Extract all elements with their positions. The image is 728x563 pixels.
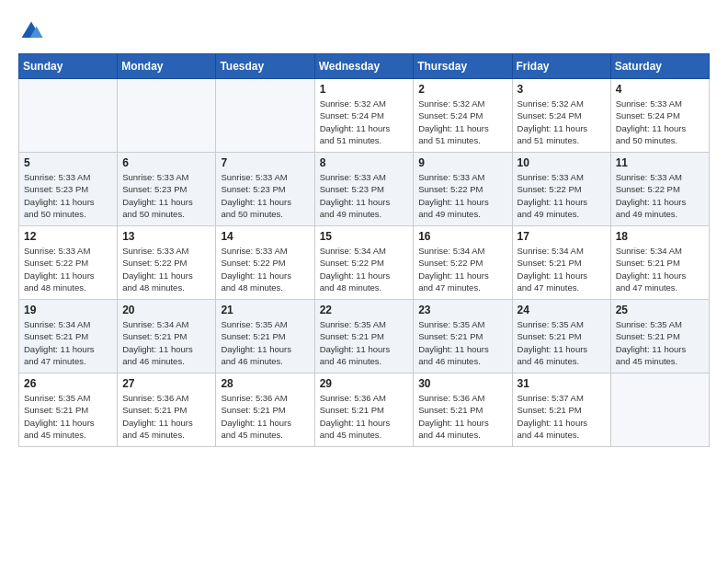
day-number: 19 [24, 304, 112, 316]
day-info: Sunrise: 5:34 AM Sunset: 5:21 PM Dayligh… [24, 318, 112, 367]
page-header [18, 18, 710, 44]
calendar-cell: 14Sunrise: 5:33 AM Sunset: 5:22 PM Dayli… [216, 226, 314, 300]
calendar-cell: 11Sunrise: 5:33 AM Sunset: 5:22 PM Dayli… [610, 153, 709, 226]
day-info: Sunrise: 5:33 AM Sunset: 5:23 PM Dayligh… [24, 171, 112, 220]
calendar-cell: 16Sunrise: 5:34 AM Sunset: 5:22 PM Dayli… [414, 226, 512, 300]
calendar-cell: 27Sunrise: 5:36 AM Sunset: 5:21 PM Dayli… [118, 373, 216, 447]
day-info: Sunrise: 5:33 AM Sunset: 5:23 PM Dayligh… [221, 171, 309, 220]
calendar-cell: 24Sunrise: 5:35 AM Sunset: 5:21 PM Dayli… [512, 300, 610, 373]
calendar-cell: 21Sunrise: 5:35 AM Sunset: 5:21 PM Dayli… [216, 300, 314, 373]
weekday-header-row: SundayMondayTuesdayWednesdayThursdayFrid… [19, 54, 710, 79]
day-info: Sunrise: 5:33 AM Sunset: 5:22 PM Dayligh… [418, 171, 506, 220]
calendar-cell: 12Sunrise: 5:33 AM Sunset: 5:22 PM Dayli… [19, 226, 118, 300]
day-number: 4 [616, 83, 704, 96]
day-number: 12 [24, 230, 112, 243]
logo [18, 18, 50, 44]
day-number: 20 [122, 304, 210, 316]
day-number: 15 [320, 230, 409, 243]
calendar-cell: 30Sunrise: 5:36 AM Sunset: 5:21 PM Dayli… [414, 373, 512, 447]
day-info: Sunrise: 5:36 AM Sunset: 5:21 PM Dayligh… [221, 392, 309, 441]
weekday-header: Thursday [414, 54, 512, 79]
calendar-week-row: 5Sunrise: 5:33 AM Sunset: 5:23 PM Daylig… [19, 153, 710, 226]
calendar-cell: 18Sunrise: 5:34 AM Sunset: 5:21 PM Dayli… [610, 226, 709, 300]
day-number: 31 [518, 377, 606, 390]
calendar-cell [118, 79, 216, 153]
day-number: 26 [24, 377, 112, 390]
day-info: Sunrise: 5:35 AM Sunset: 5:21 PM Dayligh… [24, 392, 112, 441]
day-number: 14 [221, 230, 309, 243]
calendar-cell: 8Sunrise: 5:33 AM Sunset: 5:23 PM Daylig… [314, 153, 414, 226]
day-info: Sunrise: 5:33 AM Sunset: 5:22 PM Dayligh… [518, 171, 606, 220]
day-number: 27 [122, 377, 210, 390]
day-info: Sunrise: 5:34 AM Sunset: 5:21 PM Dayligh… [122, 318, 210, 367]
day-info: Sunrise: 5:35 AM Sunset: 5:21 PM Dayligh… [418, 318, 506, 367]
calendar-cell: 13Sunrise: 5:33 AM Sunset: 5:22 PM Dayli… [118, 226, 216, 300]
day-number: 3 [518, 83, 606, 96]
calendar-cell: 26Sunrise: 5:35 AM Sunset: 5:21 PM Dayli… [19, 373, 118, 447]
day-info: Sunrise: 5:33 AM Sunset: 5:22 PM Dayligh… [24, 245, 112, 293]
calendar-week-row: 26Sunrise: 5:35 AM Sunset: 5:21 PM Dayli… [19, 373, 710, 447]
calendar-cell: 29Sunrise: 5:36 AM Sunset: 5:21 PM Dayli… [314, 373, 414, 447]
day-number: 17 [518, 230, 606, 243]
day-number: 16 [418, 230, 506, 243]
day-number: 1 [320, 83, 409, 96]
day-info: Sunrise: 5:33 AM Sunset: 5:22 PM Dayligh… [616, 171, 704, 220]
calendar-cell [610, 373, 709, 447]
calendar-cell: 23Sunrise: 5:35 AM Sunset: 5:21 PM Dayli… [414, 300, 512, 373]
calendar-cell: 15Sunrise: 5:34 AM Sunset: 5:22 PM Dayli… [314, 226, 414, 300]
calendar-cell: 2Sunrise: 5:32 AM Sunset: 5:24 PM Daylig… [414, 79, 512, 153]
calendar-cell: 22Sunrise: 5:35 AM Sunset: 5:21 PM Dayli… [314, 300, 414, 373]
day-number: 30 [418, 377, 506, 390]
day-number: 25 [616, 304, 704, 316]
day-info: Sunrise: 5:34 AM Sunset: 5:22 PM Dayligh… [418, 245, 506, 293]
day-number: 2 [418, 83, 506, 96]
weekday-header: Friday [512, 54, 610, 79]
calendar-cell: 7Sunrise: 5:33 AM Sunset: 5:23 PM Daylig… [216, 153, 314, 226]
calendar-table: SundayMondayTuesdayWednesdayThursdayFrid… [18, 53, 710, 447]
weekday-header: Saturday [610, 54, 709, 79]
day-number: 23 [418, 304, 506, 316]
day-info: Sunrise: 5:33 AM Sunset: 5:23 PM Dayligh… [320, 171, 409, 220]
weekday-header: Monday [118, 54, 216, 79]
day-info: Sunrise: 5:36 AM Sunset: 5:21 PM Dayligh… [320, 392, 409, 441]
day-number: 10 [518, 156, 606, 169]
calendar-cell: 10Sunrise: 5:33 AM Sunset: 5:22 PM Dayli… [512, 153, 610, 226]
day-info: Sunrise: 5:35 AM Sunset: 5:21 PM Dayligh… [616, 318, 704, 367]
day-number: 9 [418, 156, 506, 169]
day-number: 24 [518, 304, 606, 316]
calendar-cell: 6Sunrise: 5:33 AM Sunset: 5:23 PM Daylig… [118, 153, 216, 226]
day-number: 22 [320, 304, 409, 316]
day-info: Sunrise: 5:36 AM Sunset: 5:21 PM Dayligh… [418, 392, 506, 441]
day-number: 13 [122, 230, 210, 243]
weekday-header: Sunday [19, 54, 118, 79]
calendar-cell: 1Sunrise: 5:32 AM Sunset: 5:24 PM Daylig… [314, 79, 414, 153]
calendar-cell: 20Sunrise: 5:34 AM Sunset: 5:21 PM Dayli… [118, 300, 216, 373]
logo-icon [18, 18, 44, 44]
day-number: 29 [320, 377, 409, 390]
calendar-week-row: 1Sunrise: 5:32 AM Sunset: 5:24 PM Daylig… [19, 79, 710, 153]
day-number: 5 [24, 156, 112, 169]
day-info: Sunrise: 5:33 AM Sunset: 5:22 PM Dayligh… [122, 245, 210, 293]
day-info: Sunrise: 5:34 AM Sunset: 5:21 PM Dayligh… [518, 245, 606, 293]
calendar-cell: 4Sunrise: 5:33 AM Sunset: 5:24 PM Daylig… [610, 79, 709, 153]
day-info: Sunrise: 5:33 AM Sunset: 5:24 PM Dayligh… [616, 98, 704, 146]
calendar-cell: 25Sunrise: 5:35 AM Sunset: 5:21 PM Dayli… [610, 300, 709, 373]
day-info: Sunrise: 5:36 AM Sunset: 5:21 PM Dayligh… [122, 392, 210, 441]
day-number: 6 [122, 156, 210, 169]
calendar-week-row: 12Sunrise: 5:33 AM Sunset: 5:22 PM Dayli… [19, 226, 710, 300]
calendar-cell: 28Sunrise: 5:36 AM Sunset: 5:21 PM Dayli… [216, 373, 314, 447]
calendar-cell: 3Sunrise: 5:32 AM Sunset: 5:24 PM Daylig… [512, 79, 610, 153]
day-info: Sunrise: 5:32 AM Sunset: 5:24 PM Dayligh… [518, 98, 606, 146]
calendar-cell: 19Sunrise: 5:34 AM Sunset: 5:21 PM Dayli… [19, 300, 118, 373]
day-number: 8 [320, 156, 409, 169]
day-info: Sunrise: 5:35 AM Sunset: 5:21 PM Dayligh… [221, 318, 309, 367]
day-info: Sunrise: 5:34 AM Sunset: 5:21 PM Dayligh… [616, 245, 704, 293]
day-info: Sunrise: 5:32 AM Sunset: 5:24 PM Dayligh… [418, 98, 506, 146]
weekday-header: Wednesday [314, 54, 414, 79]
day-info: Sunrise: 5:35 AM Sunset: 5:21 PM Dayligh… [518, 318, 606, 367]
weekday-header: Tuesday [216, 54, 314, 79]
day-info: Sunrise: 5:33 AM Sunset: 5:23 PM Dayligh… [122, 171, 210, 220]
day-info: Sunrise: 5:37 AM Sunset: 5:21 PM Dayligh… [518, 392, 606, 441]
day-info: Sunrise: 5:33 AM Sunset: 5:22 PM Dayligh… [221, 245, 309, 293]
calendar-cell [216, 79, 314, 153]
